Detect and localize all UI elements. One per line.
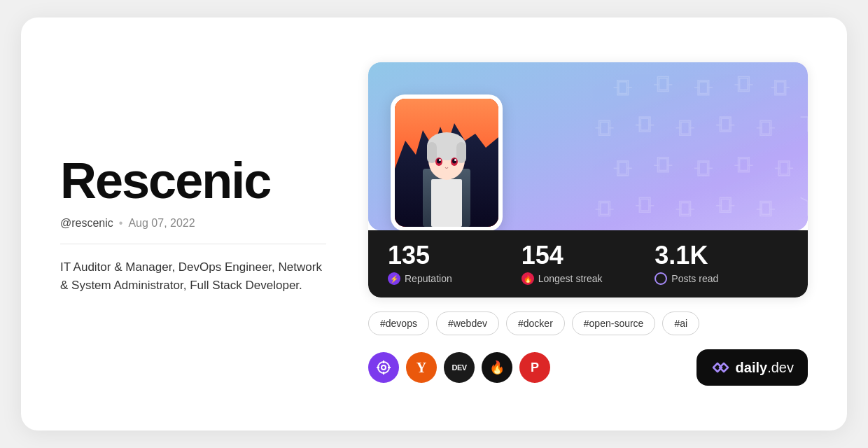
svg-point-15 — [378, 362, 389, 373]
bottom-row: Y DEV 🔥 P — [368, 349, 808, 386]
streak-icon: 🔥 — [522, 272, 534, 285]
username: Rescenic — [60, 153, 326, 209]
svg-point-16 — [382, 365, 386, 370]
reputation-label: ⚡ Reputation — [388, 272, 522, 285]
tag-devops[interactable]: #devops — [368, 312, 429, 335]
handle-date-row: @rescenic • Aug 07, 2022 — [60, 217, 326, 230]
daily-logo-text: daily.dev — [736, 360, 794, 376]
source-icon-3[interactable]: 🔥 — [482, 352, 512, 383]
posts-label: Posts read — [654, 272, 788, 285]
avatar — [395, 99, 498, 227]
stat-posts: 3.1K Posts read — [654, 243, 788, 285]
handle: @rescenic — [60, 217, 113, 230]
tag-open-source[interactable]: #open-source — [572, 312, 656, 335]
svg-rect-7 — [427, 142, 437, 163]
profile-panel: 135 ⚡ Reputation 154 🔥 Longest streak 3.… — [368, 62, 808, 298]
posts-value: 3.1K — [654, 243, 788, 268]
profile-right: 135 ⚡ Reputation 154 🔥 Longest streak 3.… — [368, 62, 808, 386]
svg-rect-4 — [431, 179, 462, 227]
stats-bar: 135 ⚡ Reputation 154 🔥 Longest streak 3.… — [368, 230, 808, 298]
separator-dot: • — [119, 217, 123, 230]
source-icon-2[interactable]: DEV — [444, 352, 475, 383]
tag-docker[interactable]: #docker — [506, 312, 565, 335]
posts-icon — [654, 272, 667, 285]
profile-card: Rescenic @rescenic • Aug 07, 2022 IT Aud… — [21, 18, 847, 430]
bio: IT Auditor & Manager, DevOps Engineer, N… — [60, 258, 326, 295]
reputation-icon: ⚡ — [388, 272, 400, 285]
streak-label: 🔥 Longest streak — [522, 272, 655, 285]
source-icon-4[interactable]: P — [519, 352, 550, 383]
stat-streak: 154 🔥 Longest streak — [522, 243, 655, 285]
source-icon-0[interactable] — [368, 352, 399, 383]
daily-dev-icon — [710, 358, 730, 377]
daily-dev-logo[interactable]: daily.dev — [696, 349, 808, 386]
profile-banner — [368, 62, 808, 230]
tag-webdev[interactable]: #webdev — [436, 312, 499, 335]
reputation-value: 135 — [388, 243, 522, 268]
svg-rect-8 — [456, 142, 466, 163]
profile-left: Rescenic @rescenic • Aug 07, 2022 IT Aud… — [60, 153, 326, 295]
svg-point-14 — [454, 159, 456, 161]
avatar-illustration — [395, 99, 498, 227]
stat-reputation: 135 ⚡ Reputation — [388, 243, 522, 285]
tags-container: #devops #webdev #docker #open-source #ai — [368, 312, 808, 335]
divider — [60, 244, 326, 244]
avatar-wrapper — [391, 94, 503, 230]
source-icon-1[interactable]: Y — [406, 352, 437, 383]
source-icons: Y DEV 🔥 P — [368, 352, 550, 383]
svg-point-13 — [439, 159, 441, 161]
join-date: Aug 07, 2022 — [128, 217, 195, 230]
streak-value: 154 — [522, 243, 655, 268]
tag-ai[interactable]: #ai — [662, 312, 699, 335]
